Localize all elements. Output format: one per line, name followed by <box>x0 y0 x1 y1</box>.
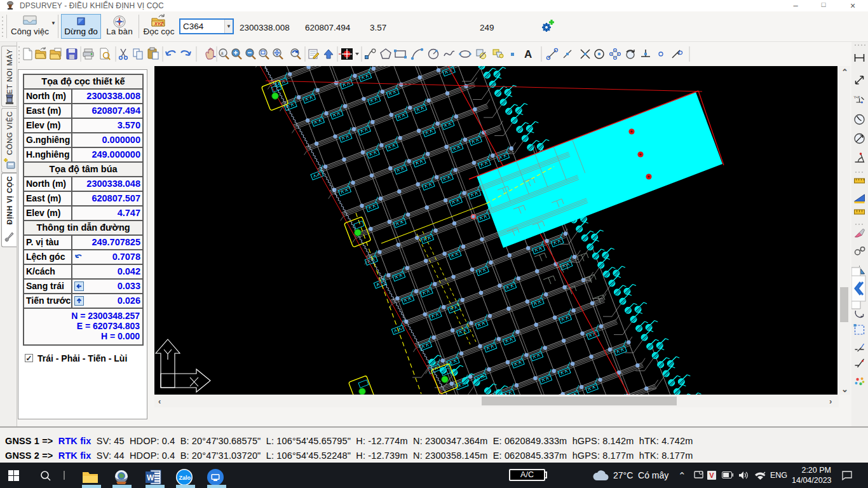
svg-text:±: ± <box>221 50 224 56</box>
svg-text:W: W <box>147 473 154 482</box>
svg-text:Zalo: Zalo <box>179 475 191 481</box>
svg-text:XYZ: XYZ <box>154 22 163 26</box>
svg-text:A: A <box>524 48 532 60</box>
